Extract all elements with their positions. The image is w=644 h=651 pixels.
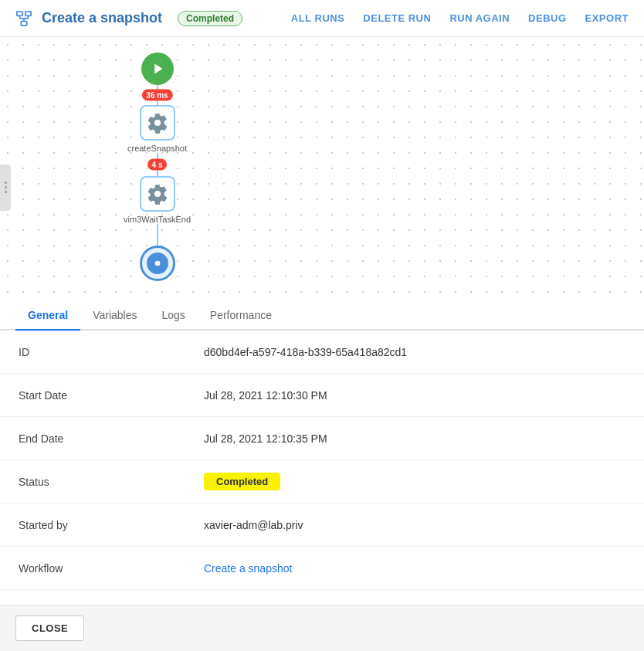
label-id: ID bbox=[19, 346, 204, 358]
canvas-grid bbox=[0, 37, 644, 337]
start-node[interactable] bbox=[141, 53, 174, 85]
info-row-start-date: Start Date Jul 28, 2021 12:10:30 PM bbox=[0, 374, 644, 417]
label-start-date: Start Date bbox=[19, 389, 204, 402]
svg-point-7 bbox=[154, 261, 160, 266]
vim3-wait-node-wrapper: vim3WaitTaskEnd bbox=[124, 176, 191, 224]
handle-dot-3 bbox=[5, 191, 7, 193]
info-row-id: ID d60bd4ef-a597-418a-b339-65a418a82cd1 bbox=[0, 331, 644, 374]
handle-dot-2 bbox=[5, 186, 7, 188]
info-table: ID d60bd4ef-a597-418a-b339-65a418a82cd1 … bbox=[0, 331, 644, 600]
workflow-nodes: 36 ms createSnapshot 4 s vim3WaitTaskEnd bbox=[124, 53, 191, 281]
label-status: Status bbox=[19, 476, 204, 488]
nav-delete-run[interactable]: DELETE RUN bbox=[363, 12, 431, 24]
label-started-by: Started by bbox=[19, 519, 204, 531]
connector-3 bbox=[157, 224, 158, 246]
value-status: Completed bbox=[204, 473, 625, 490]
tabs-bar: General Variables Logs Performance bbox=[0, 301, 644, 331]
connector-1: 36 ms bbox=[157, 85, 158, 105]
nav-debug[interactable]: DEBUG bbox=[528, 12, 566, 24]
nav-all-runs[interactable]: ALL RUNS bbox=[291, 12, 344, 24]
info-row-workflow: Workflow Create a snapshot bbox=[0, 547, 644, 590]
end-node[interactable] bbox=[140, 246, 175, 281]
header-status-badge: Completed bbox=[178, 11, 242, 26]
vim3-wait-label: vim3WaitTaskEnd bbox=[124, 215, 191, 224]
info-row-started-by: Started by xavier-adm@lab.priv bbox=[0, 504, 644, 547]
value-start-date: Jul 28, 2021 12:10:30 PM bbox=[204, 389, 625, 402]
time-badge-1: 36 ms bbox=[141, 90, 172, 101]
svg-rect-0 bbox=[17, 11, 22, 15]
tab-general[interactable]: General bbox=[15, 301, 80, 331]
handle-dot-1 bbox=[5, 181, 7, 184]
workflow-canvas: 36 ms createSnapshot 4 s vim3WaitTaskEnd bbox=[0, 37, 644, 338]
footer: CLOSE bbox=[0, 605, 644, 651]
close-button[interactable]: CLOSE bbox=[15, 615, 84, 641]
label-workflow: Workflow bbox=[19, 562, 204, 575]
tab-performance[interactable]: Performance bbox=[198, 301, 284, 331]
connector-2: 4 s bbox=[157, 153, 158, 176]
create-snapshot-node-wrapper: createSnapshot bbox=[127, 105, 187, 153]
label-end-date: End Date bbox=[19, 432, 204, 445]
nav-export[interactable]: EXPORT bbox=[585, 12, 629, 24]
vim3-wait-node[interactable] bbox=[140, 176, 175, 212]
info-row-end-date: End Date Jul 28, 2021 12:10:35 PM bbox=[0, 417, 644, 460]
bottom-panel: General Variables Logs Performance ID d6… bbox=[0, 301, 644, 651]
value-workflow-link[interactable]: Create a snapshot bbox=[204, 562, 625, 575]
page-title: Create a snapshot bbox=[42, 10, 162, 26]
create-snapshot-node[interactable] bbox=[140, 105, 175, 141]
tab-variables[interactable]: Variables bbox=[80, 301, 149, 331]
workflow-icon bbox=[15, 10, 32, 27]
app-header: Create a snapshot Completed ALL RUNS DEL… bbox=[0, 0, 644, 37]
time-badge-2: 4 s bbox=[147, 159, 168, 171]
header-nav: ALL RUNS DELETE RUN RUN AGAIN DEBUG EXPO… bbox=[291, 12, 629, 24]
value-end-date: Jul 28, 2021 12:10:35 PM bbox=[204, 432, 625, 445]
svg-rect-2 bbox=[21, 21, 26, 25]
value-started-by: xavier-adm@lab.priv bbox=[204, 519, 625, 531]
canvas-left-handle[interactable] bbox=[0, 164, 11, 211]
status-badge: Completed bbox=[204, 473, 280, 490]
value-id: d60bd4ef-a597-418a-b339-65a418a82cd1 bbox=[204, 346, 625, 358]
end-node-inner bbox=[147, 253, 168, 274]
create-snapshot-label: createSnapshot bbox=[127, 144, 187, 153]
nav-run-again[interactable]: RUN AGAIN bbox=[449, 12, 510, 24]
info-row-status: Status Completed bbox=[0, 460, 644, 504]
tab-logs[interactable]: Logs bbox=[149, 301, 197, 331]
svg-rect-1 bbox=[25, 11, 31, 15]
